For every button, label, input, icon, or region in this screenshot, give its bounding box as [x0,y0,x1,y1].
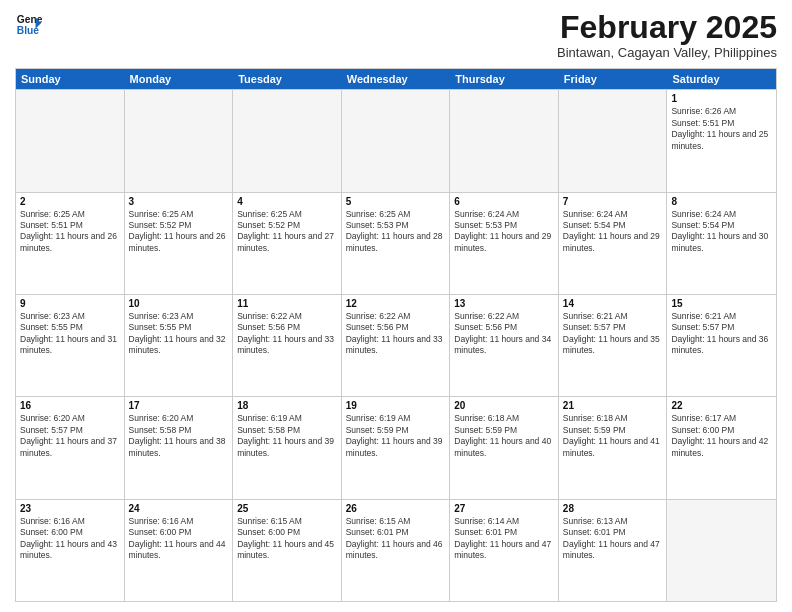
day-number: 26 [346,503,446,514]
day-cell: 9Sunrise: 6:23 AM Sunset: 5:55 PM Daylig… [16,295,125,396]
day-number: 22 [671,400,772,411]
day-info: Sunrise: 6:16 AM Sunset: 6:00 PM Dayligh… [129,516,229,562]
day-cell: 26Sunrise: 6:15 AM Sunset: 6:01 PM Dayli… [342,500,451,601]
day-info: Sunrise: 6:23 AM Sunset: 5:55 PM Dayligh… [129,311,229,357]
day-cell: 22Sunrise: 6:17 AM Sunset: 6:00 PM Dayli… [667,397,776,498]
weeks: 1Sunrise: 6:26 AM Sunset: 5:51 PM Daylig… [16,89,776,601]
day-number: 27 [454,503,554,514]
day-info: Sunrise: 6:20 AM Sunset: 5:58 PM Dayligh… [129,413,229,459]
day-info: Sunrise: 6:24 AM Sunset: 5:54 PM Dayligh… [563,209,663,255]
day-cell: 17Sunrise: 6:20 AM Sunset: 5:58 PM Dayli… [125,397,234,498]
day-info: Sunrise: 6:13 AM Sunset: 6:01 PM Dayligh… [563,516,663,562]
day-cell [667,500,776,601]
day-info: Sunrise: 6:14 AM Sunset: 6:01 PM Dayligh… [454,516,554,562]
day-cell: 27Sunrise: 6:14 AM Sunset: 6:01 PM Dayli… [450,500,559,601]
location: Bintawan, Cagayan Valley, Philippines [557,45,777,60]
day-cell: 5Sunrise: 6:25 AM Sunset: 5:53 PM Daylig… [342,193,451,294]
day-cell: 18Sunrise: 6:19 AM Sunset: 5:58 PM Dayli… [233,397,342,498]
day-cell [125,90,234,191]
day-cell: 1Sunrise: 6:26 AM Sunset: 5:51 PM Daylig… [667,90,776,191]
day-cell: 23Sunrise: 6:16 AM Sunset: 6:00 PM Dayli… [16,500,125,601]
day-header: Sunday [16,69,125,89]
day-cell: 28Sunrise: 6:13 AM Sunset: 6:01 PM Dayli… [559,500,668,601]
header: General Blue February 2025 Bintawan, Cag… [15,10,777,60]
day-number: 2 [20,196,120,207]
day-number: 28 [563,503,663,514]
day-info: Sunrise: 6:20 AM Sunset: 5:57 PM Dayligh… [20,413,120,459]
day-number: 5 [346,196,446,207]
day-cell [559,90,668,191]
calendar-page: General Blue February 2025 Bintawan, Cag… [0,0,792,612]
day-number: 12 [346,298,446,309]
day-cell: 14Sunrise: 6:21 AM Sunset: 5:57 PM Dayli… [559,295,668,396]
day-number: 10 [129,298,229,309]
day-number: 7 [563,196,663,207]
week-row: 23Sunrise: 6:16 AM Sunset: 6:00 PM Dayli… [16,499,776,601]
day-info: Sunrise: 6:22 AM Sunset: 5:56 PM Dayligh… [454,311,554,357]
day-cell: 11Sunrise: 6:22 AM Sunset: 5:56 PM Dayli… [233,295,342,396]
day-cell: 12Sunrise: 6:22 AM Sunset: 5:56 PM Dayli… [342,295,451,396]
day-cell [342,90,451,191]
day-info: Sunrise: 6:25 AM Sunset: 5:53 PM Dayligh… [346,209,446,255]
day-cell: 24Sunrise: 6:16 AM Sunset: 6:00 PM Dayli… [125,500,234,601]
day-number: 21 [563,400,663,411]
day-cell: 15Sunrise: 6:21 AM Sunset: 5:57 PM Dayli… [667,295,776,396]
day-info: Sunrise: 6:22 AM Sunset: 5:56 PM Dayligh… [346,311,446,357]
day-number: 13 [454,298,554,309]
day-cell: 16Sunrise: 6:20 AM Sunset: 5:57 PM Dayli… [16,397,125,498]
day-cell: 13Sunrise: 6:22 AM Sunset: 5:56 PM Dayli… [450,295,559,396]
week-row: 16Sunrise: 6:20 AM Sunset: 5:57 PM Dayli… [16,396,776,498]
day-number: 17 [129,400,229,411]
day-number: 3 [129,196,229,207]
day-number: 25 [237,503,337,514]
day-number: 18 [237,400,337,411]
month-title: February 2025 [557,10,777,45]
day-number: 16 [20,400,120,411]
day-info: Sunrise: 6:19 AM Sunset: 5:59 PM Dayligh… [346,413,446,459]
week-row: 2Sunrise: 6:25 AM Sunset: 5:51 PM Daylig… [16,192,776,294]
day-cell: 7Sunrise: 6:24 AM Sunset: 5:54 PM Daylig… [559,193,668,294]
day-info: Sunrise: 6:18 AM Sunset: 5:59 PM Dayligh… [563,413,663,459]
day-number: 9 [20,298,120,309]
day-info: Sunrise: 6:25 AM Sunset: 5:51 PM Dayligh… [20,209,120,255]
week-row: 1Sunrise: 6:26 AM Sunset: 5:51 PM Daylig… [16,89,776,191]
day-number: 20 [454,400,554,411]
day-cell: 3Sunrise: 6:25 AM Sunset: 5:52 PM Daylig… [125,193,234,294]
day-cell: 20Sunrise: 6:18 AM Sunset: 5:59 PM Dayli… [450,397,559,498]
day-number: 23 [20,503,120,514]
day-number: 1 [671,93,772,104]
day-number: 19 [346,400,446,411]
day-info: Sunrise: 6:18 AM Sunset: 5:59 PM Dayligh… [454,413,554,459]
day-header: Thursday [450,69,559,89]
day-cell: 4Sunrise: 6:25 AM Sunset: 5:52 PM Daylig… [233,193,342,294]
day-info: Sunrise: 6:25 AM Sunset: 5:52 PM Dayligh… [129,209,229,255]
day-info: Sunrise: 6:21 AM Sunset: 5:57 PM Dayligh… [671,311,772,357]
day-header: Monday [125,69,234,89]
day-info: Sunrise: 6:15 AM Sunset: 6:00 PM Dayligh… [237,516,337,562]
day-info: Sunrise: 6:16 AM Sunset: 6:00 PM Dayligh… [20,516,120,562]
day-cell: 19Sunrise: 6:19 AM Sunset: 5:59 PM Dayli… [342,397,451,498]
day-cell: 25Sunrise: 6:15 AM Sunset: 6:00 PM Dayli… [233,500,342,601]
day-cell: 2Sunrise: 6:25 AM Sunset: 5:51 PM Daylig… [16,193,125,294]
day-info: Sunrise: 6:24 AM Sunset: 5:54 PM Dayligh… [671,209,772,255]
day-number: 4 [237,196,337,207]
day-info: Sunrise: 6:22 AM Sunset: 5:56 PM Dayligh… [237,311,337,357]
day-header: Wednesday [342,69,451,89]
calendar: SundayMondayTuesdayWednesdayThursdayFrid… [15,68,777,602]
logo-icon: General Blue [15,10,43,38]
day-number: 6 [454,196,554,207]
day-cell: 21Sunrise: 6:18 AM Sunset: 5:59 PM Dayli… [559,397,668,498]
day-info: Sunrise: 6:15 AM Sunset: 6:01 PM Dayligh… [346,516,446,562]
day-info: Sunrise: 6:19 AM Sunset: 5:58 PM Dayligh… [237,413,337,459]
day-cell [233,90,342,191]
day-info: Sunrise: 6:26 AM Sunset: 5:51 PM Dayligh… [671,106,772,152]
day-header: Tuesday [233,69,342,89]
day-header: Saturday [667,69,776,89]
day-header: Friday [559,69,668,89]
day-info: Sunrise: 6:24 AM Sunset: 5:53 PM Dayligh… [454,209,554,255]
day-cell: 10Sunrise: 6:23 AM Sunset: 5:55 PM Dayli… [125,295,234,396]
day-cell: 8Sunrise: 6:24 AM Sunset: 5:54 PM Daylig… [667,193,776,294]
day-number: 8 [671,196,772,207]
day-info: Sunrise: 6:23 AM Sunset: 5:55 PM Dayligh… [20,311,120,357]
day-number: 15 [671,298,772,309]
